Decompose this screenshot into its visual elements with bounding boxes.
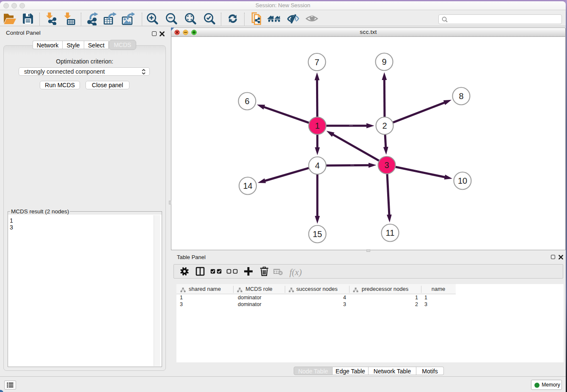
svg-text:3: 3 xyxy=(384,160,389,170)
svg-text:14: 14 xyxy=(243,181,252,190)
svg-text:10: 10 xyxy=(458,176,467,185)
svg-text:2: 2 xyxy=(382,121,387,130)
svg-text:1: 1 xyxy=(315,121,319,130)
svg-text:4: 4 xyxy=(315,161,319,170)
svg-text:9: 9 xyxy=(382,57,386,66)
svg-text:8: 8 xyxy=(459,91,463,101)
svg-text:6: 6 xyxy=(245,97,249,106)
svg-text:11: 11 xyxy=(386,228,395,237)
svg-text:7: 7 xyxy=(314,58,319,67)
svg-text:15: 15 xyxy=(313,229,322,239)
